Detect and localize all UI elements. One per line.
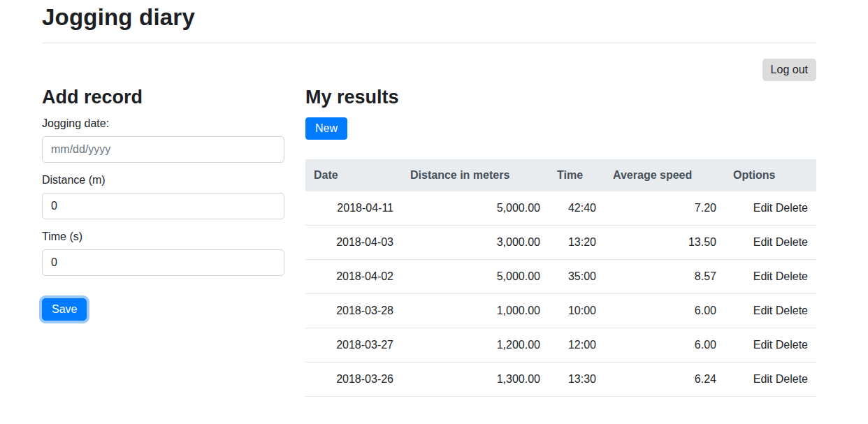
distance-group: Distance (m) [42, 174, 284, 219]
delete-link[interactable]: Delete [776, 373, 808, 385]
logout-button[interactable]: Log out [762, 59, 816, 81]
jogging-date-label: Jogging date: [42, 117, 284, 130]
results-table-head: Date Distance in meters Time Average spe… [305, 159, 816, 191]
add-record-section: Add record Jogging date: Distance (m) Ti… [42, 87, 284, 397]
cell-distance: 3,000.00 [402, 226, 549, 260]
delete-link[interactable]: Delete [776, 236, 808, 248]
cell-options: Edit Delete [725, 226, 816, 260]
results-table: Date Distance in meters Time Average spe… [305, 159, 816, 397]
cell-distance: 1,000.00 [402, 294, 549, 328]
page-title: Jogging diary [42, 0, 816, 31]
col-header-distance: Distance in meters [402, 159, 549, 191]
save-button[interactable]: Save [42, 298, 87, 321]
header-divider [42, 43, 816, 43]
cell-options: Edit Delete [725, 191, 816, 226]
cell-options: Edit Delete [725, 260, 816, 294]
delete-link[interactable]: Delete [776, 339, 808, 351]
cell-average-speed: 6.00 [605, 294, 725, 328]
time-input[interactable] [42, 249, 284, 276]
cell-date: 2018-04-11 [305, 191, 402, 226]
page-container: Jogging diary Log out Add record Jogging… [42, 0, 816, 397]
results-table-body: 2018-04-11 5,000.00 42:40 7.20 Edit Dele… [305, 191, 816, 397]
cell-date: 2018-04-02 [305, 260, 402, 294]
cell-options: Edit Delete [725, 294, 816, 328]
cell-date: 2018-03-26 [305, 363, 402, 397]
cell-distance: 5,000.00 [402, 191, 549, 226]
my-results-section: My results New Date Distance in meters T… [305, 87, 816, 397]
cell-options: Edit Delete [725, 363, 816, 397]
content-row: Add record Jogging date: Distance (m) Ti… [42, 87, 816, 397]
cell-options: Edit Delete [725, 328, 816, 363]
edit-link[interactable]: Edit [753, 202, 773, 214]
edit-link[interactable]: Edit [753, 373, 773, 385]
jogging-date-group: Jogging date: [42, 117, 284, 163]
cell-average-speed: 6.00 [605, 328, 725, 363]
table-row: 2018-03-28 1,000.00 10:00 6.00 Edit Dele… [305, 294, 816, 328]
cell-time: 12:00 [549, 328, 605, 363]
cell-time: 13:20 [549, 226, 605, 260]
table-row: 2018-03-26 1,300.00 13:30 6.24 Edit Dele… [305, 363, 816, 397]
new-button[interactable]: New [305, 117, 347, 140]
table-row: 2018-04-03 3,000.00 13:20 13.50 Edit Del… [305, 226, 816, 260]
distance-input[interactable] [42, 193, 284, 219]
delete-link[interactable]: Delete [776, 305, 808, 316]
col-header-options: Options [725, 159, 816, 191]
cell-distance: 5,000.00 [402, 260, 549, 294]
add-record-heading: Add record [42, 87, 284, 108]
delete-link[interactable]: Delete [776, 270, 808, 282]
edit-link[interactable]: Edit [753, 270, 773, 282]
cell-time: 42:40 [549, 191, 605, 226]
col-header-date: Date [305, 159, 402, 191]
distance-label: Distance (m) [42, 174, 284, 187]
table-row: 2018-04-11 5,000.00 42:40 7.20 Edit Dele… [305, 191, 816, 226]
cell-average-speed: 13.50 [605, 226, 725, 260]
logout-row: Log out [42, 59, 816, 82]
cell-time: 13:30 [549, 363, 605, 397]
cell-average-speed: 8.57 [605, 260, 725, 294]
edit-link[interactable]: Edit [753, 339, 773, 351]
table-row: 2018-04-02 5,000.00 35:00 8.57 Edit Dele… [305, 260, 816, 294]
edit-link[interactable]: Edit [753, 305, 773, 316]
cell-average-speed: 6.24 [605, 363, 725, 397]
delete-link[interactable]: Delete [776, 202, 808, 214]
time-label: Time (s) [42, 231, 284, 243]
cell-average-speed: 7.20 [605, 191, 725, 226]
cell-time: 35:00 [549, 260, 605, 294]
cell-date: 2018-03-28 [305, 294, 402, 328]
jogging-date-input[interactable] [42, 136, 284, 163]
cell-date: 2018-04-03 [305, 226, 402, 260]
cell-time: 10:00 [549, 294, 605, 328]
my-results-heading: My results [305, 87, 816, 108]
time-group: Time (s) [42, 231, 284, 276]
col-header-average-speed: Average speed [605, 159, 725, 191]
edit-link[interactable]: Edit [753, 236, 773, 248]
cell-date: 2018-03-27 [305, 328, 402, 363]
table-row: 2018-03-27 1,200.00 12:00 6.00 Edit Dele… [305, 328, 816, 363]
cell-distance: 1,200.00 [402, 328, 549, 363]
col-header-time: Time [549, 159, 605, 191]
cell-distance: 1,300.00 [402, 363, 549, 397]
results-header-row: Date Distance in meters Time Average spe… [305, 159, 816, 191]
